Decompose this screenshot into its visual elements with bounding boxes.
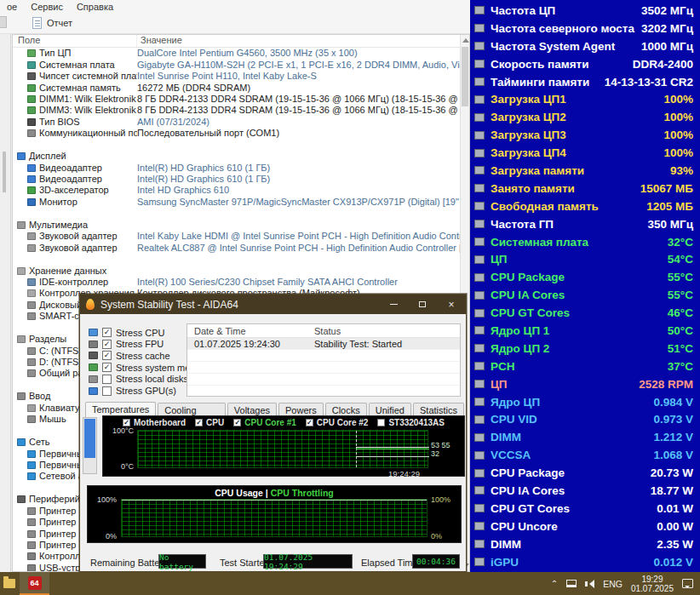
list-item-row[interactable]: 3D-акселераторIntel HD Graphics 610 — [13, 185, 460, 196]
list-item-row[interactable]: DIMM3: Wilk Elektronik GR2...8 ГБ DDR4-2… — [13, 105, 460, 116]
stress-option-cache[interactable]: ✓Stress cache — [89, 350, 170, 361]
sensor-label: CPU Uncore — [491, 520, 657, 533]
port-icon — [27, 129, 36, 137]
list-group-row[interactable]: Дисплей — [13, 151, 460, 162]
voltage-icon — [474, 415, 485, 424]
list-item-row[interactable]: ВидеоадаптерIntel(R) HD Graphics 610 (1 … — [13, 174, 460, 185]
sensor-value: 15067 МБ — [640, 182, 693, 195]
checkbox[interactable] — [102, 386, 112, 396]
list-item-row[interactable]: Звуковой адаптерRealtek ALC887 @ Intel S… — [13, 242, 460, 253]
tab-statistics[interactable]: Statistics — [413, 403, 464, 416]
legend-checkbox[interactable] — [377, 419, 385, 426]
tab-powers[interactable]: Powers — [278, 403, 324, 416]
taskbar-aida64-button[interactable]: 64 — [20, 572, 49, 595]
log-col-status[interactable]: Status — [311, 326, 460, 336]
sensor-label: VCCSA — [491, 449, 653, 461]
gpu-icon — [474, 220, 485, 228]
throttling-title-text: CPU Throttling — [271, 488, 334, 498]
sensor-value: 51°C — [668, 342, 693, 355]
language-indicator[interactable]: ENG — [603, 579, 623, 589]
memory-icon — [27, 95, 36, 103]
sensor-label: CPU IA Cores — [491, 289, 668, 301]
audio-icon — [27, 244, 36, 252]
checkbox[interactable]: ✓ — [102, 351, 112, 360]
legend-checkbox[interactable]: ✓ — [306, 419, 313, 426]
legend-cpu[interactable]: ✓CPU — [195, 418, 224, 427]
minimize-button[interactable] — [379, 295, 408, 314]
sensor-label: Системная плата — [491, 236, 668, 249]
nic-icon — [27, 461, 36, 469]
stress-option-fpu[interactable]: ✓Stress FPU — [89, 339, 164, 350]
tab-clocks[interactable]: Clocks — [325, 403, 367, 416]
list-item-row[interactable]: DIMM1: Wilk Elektronik GR2...8 ГБ DDR4-2… — [13, 94, 460, 105]
sensor-row: CPU Uncore0.00 W — [470, 518, 700, 535]
gauge-icon — [474, 149, 485, 157]
list-item-row[interactable]: IDE-контроллерIntel(R) 100 Series/C230 C… — [13, 277, 460, 288]
stress-option-disk[interactable]: Stress local disks — [89, 374, 188, 385]
list-item-row[interactable]: Тип BIOSAMI (07/31/2024) — [13, 117, 460, 128]
sensor-row: DIMM1.212 V — [470, 428, 700, 446]
nav-scrollbar-thumb[interactable] — [3, 152, 6, 192]
list-item-row[interactable]: Звуковой адаптерIntel Kaby Lake HDMI @ I… — [13, 231, 460, 242]
cpu-usage-graph: CPU Usage | CPU Throttling 100% 0% 100% … — [87, 485, 462, 543]
gauge-icon — [474, 95, 485, 104]
legend-checkbox[interactable]: ✓ — [233, 419, 241, 426]
row-label: Хранение данных — [29, 266, 106, 277]
multimedia-icon — [17, 221, 26, 229]
cpu-usage-line — [122, 500, 427, 501]
stress-option-cpu[interactable]: ✓Stress CPU — [89, 327, 164, 338]
legend-st3320413as[interactable]: ST3320413AS — [377, 418, 445, 427]
report-button[interactable]: Отчет — [26, 14, 79, 31]
list-item-row[interactable]: Тип ЦПDualCore Intel Pentium G4560, 3500… — [13, 48, 460, 59]
sensor-value: 1000 МГц — [641, 40, 693, 53]
menu-item-сервис[interactable]: Сервис — [31, 2, 63, 12]
log-col-datetime[interactable]: Date & Time — [187, 326, 311, 336]
row-value: AMI (07/31/2024) — [137, 117, 460, 128]
tab-voltages[interactable]: Voltages — [227, 403, 277, 416]
tray-overflow-icon[interactable]: ⌃ — [551, 579, 558, 588]
close-button[interactable]: × — [437, 295, 466, 314]
report-button-label: Отчет — [47, 18, 72, 28]
checkbox[interactable]: ✓ — [102, 328, 112, 337]
maximize-button[interactable] — [408, 295, 437, 314]
slider-thumb[interactable] — [84, 419, 95, 458]
graph-zoom-slider[interactable] — [83, 417, 97, 474]
action-center-icon[interactable] — [682, 579, 693, 588]
scroll-up-icon[interactable] — [462, 38, 469, 43]
speaker-icon[interactable] — [585, 580, 594, 588]
list-item-row[interactable]: Системная память16272 МБ (DDR4 SDRAM) — [13, 82, 460, 93]
menu-item-справка[interactable]: Справка — [77, 2, 113, 12]
checkbox[interactable]: ✓ — [102, 340, 112, 349]
legend-cpu-core-1[interactable]: ✓CPU Core #1 — [233, 418, 296, 427]
list-item-row[interactable]: МониторSamsung SyncMaster 971P/MagicSync… — [13, 197, 460, 208]
network-icon[interactable] — [566, 580, 577, 587]
cpu-icon — [89, 329, 98, 336]
checkbox[interactable] — [102, 375, 112, 384]
tab-unified[interactable]: Unified — [369, 403, 411, 416]
clock-icon — [474, 24, 485, 32]
tab-cooling-fans[interactable]: Cooling Fans — [158, 403, 226, 416]
legend-cpu-core-2[interactable]: ✓CPU Core #2 — [306, 418, 369, 427]
row-value: Gigabyte GA-H110M-S2H (2 PCI-E x1, 1 PCI… — [137, 60, 460, 71]
checkbox[interactable]: ✓ — [102, 363, 112, 372]
legend-checkbox[interactable]: ✓ — [195, 419, 203, 426]
stress-option-gpu[interactable]: Stress GPU(s) — [89, 386, 176, 397]
stress-option-label: Stress CPU — [116, 328, 164, 338]
log-row[interactable]: 01.07.2025 19:24:30Stability Test: Start… — [187, 338, 460, 350]
taskbar-clock[interactable]: 19:29 01.07.2025 — [631, 575, 674, 593]
row-label: Видеоадаптер — [39, 163, 102, 174]
list-item-row[interactable]: Чипсет системной платыIntel Sunrise Poin… — [13, 71, 460, 82]
column-field[interactable]: Поле — [13, 35, 137, 47]
legend-checkbox[interactable]: ✓ — [123, 419, 130, 426]
column-value[interactable]: Значение — [137, 35, 469, 47]
list-item-row[interactable]: Системная платаGigabyte GA-H110M-S2H (2 … — [13, 59, 460, 70]
list-item-row[interactable]: Коммуникационный портПоследовательный по… — [13, 128, 460, 139]
drive-icon — [27, 358, 36, 366]
list-group-row[interactable]: Хранение данных — [13, 265, 460, 276]
scrollbar-thumb[interactable] — [462, 47, 468, 106]
sensor-panel: Частота ЦП3502 МГцЧастота северного мост… — [470, 0, 700, 572]
list-item-row[interactable]: ВидеоадаптерIntel(R) HD Graphics 610 (1 … — [13, 162, 460, 173]
file-explorer-icon[interactable] — [3, 579, 15, 588]
list-group-row[interactable]: Мультимедиа — [13, 220, 460, 231]
legend-label: CPU Core #1 — [244, 418, 296, 427]
